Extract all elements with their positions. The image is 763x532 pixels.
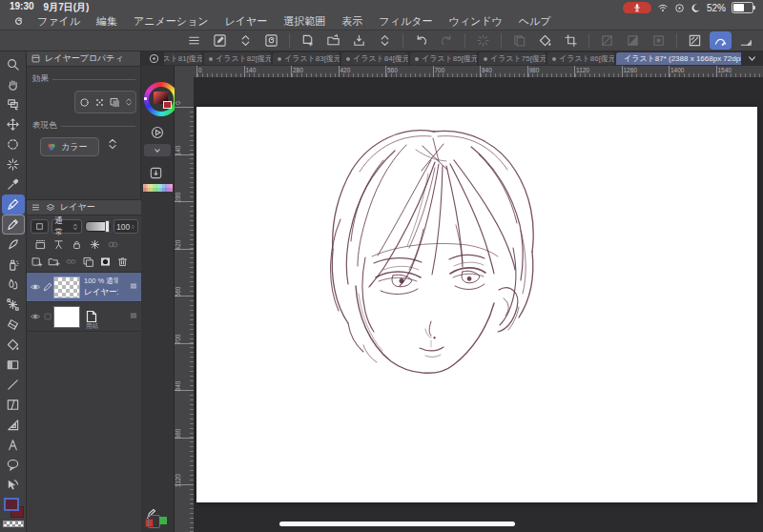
layer-mask-button[interactable] xyxy=(99,256,112,268)
crop-canvas-button[interactable] xyxy=(560,31,582,50)
ruler-tool[interactable] xyxy=(2,415,25,435)
snap-to-ruler-button[interactable] xyxy=(684,31,706,50)
tone-mode-button[interactable] xyxy=(52,238,65,251)
layer-row-1[interactable]: 100 % 通常 レイヤー1 xyxy=(27,273,141,302)
panel-collapse-button[interactable] xyxy=(235,31,257,50)
layer-property-header[interactable]: レイヤープロパティ xyxy=(27,51,140,67)
snap-to-special-ruler-button[interactable] xyxy=(710,31,732,50)
canvas-page[interactable] xyxy=(196,107,757,502)
selection-tool[interactable] xyxy=(2,134,25,154)
redo-button[interactable] xyxy=(436,31,458,50)
undo-button[interactable] xyxy=(410,31,432,50)
import-color-set-icon[interactable] xyxy=(149,166,163,180)
opacity-slider[interactable] xyxy=(85,221,111,232)
menu-7[interactable]: ウィンドウ xyxy=(448,14,502,29)
tab-4[interactable]: イラスト85[復元] xyxy=(410,52,477,65)
foreground-color-swatch[interactable] xyxy=(4,498,19,511)
save-options-button[interactable] xyxy=(374,31,396,50)
reference-layer-button[interactable] xyxy=(107,238,119,251)
frame-border-tool[interactable] xyxy=(2,395,25,415)
airbrush-tool[interactable] xyxy=(2,255,25,275)
line-correct-tool[interactable] xyxy=(2,475,25,495)
menu-2[interactable]: アニメーション xyxy=(134,14,209,29)
opacity-value[interactable]: 100 xyxy=(113,219,138,234)
processing-button[interactable] xyxy=(472,31,494,50)
hand-tool[interactable] xyxy=(2,74,25,94)
duplicate-layer-button[interactable] xyxy=(82,256,94,268)
tab-6[interactable]: イラスト86[復元] xyxy=(547,52,614,65)
invert-selection-button[interactable] xyxy=(622,31,644,50)
panel-menu-icon[interactable] xyxy=(31,202,41,213)
eyedropper-tool[interactable] xyxy=(2,174,25,194)
new-raster-layer-button[interactable] xyxy=(31,256,43,268)
move-layer-tool[interactable] xyxy=(2,114,25,134)
layer-row-paper[interactable]: 用紙 xyxy=(27,302,141,332)
lock-layer-button[interactable] xyxy=(71,238,83,251)
snap-to-grid-button[interactable] xyxy=(735,31,757,50)
canvas-viewport[interactable] xyxy=(194,77,763,532)
color-set-palette[interactable] xyxy=(143,184,173,192)
tab-overflow-chevron-icon[interactable] xyxy=(744,52,760,65)
brush-tool[interactable] xyxy=(2,275,25,295)
border-effect-button[interactable] xyxy=(77,93,91,111)
tone-effect-button[interactable] xyxy=(93,93,106,111)
open-file-button[interactable] xyxy=(322,31,344,50)
marker-tool[interactable] xyxy=(2,235,25,255)
new-canvas-button[interactable] xyxy=(297,31,319,50)
layer-color-effect-button[interactable] xyxy=(109,93,122,111)
paste-button[interactable] xyxy=(508,31,530,50)
approx-color-icon[interactable] xyxy=(150,125,165,140)
eraser-tool[interactable] xyxy=(2,315,25,335)
operation-tool[interactable] xyxy=(2,94,25,114)
save-file-button[interactable] xyxy=(348,31,370,50)
menu-8[interactable]: ヘルプ xyxy=(519,14,551,29)
main-menu-button[interactable] xyxy=(183,31,205,50)
clip-at-layer-below-button[interactable] xyxy=(34,238,47,251)
layer-panel-header[interactable]: レイヤー xyxy=(27,200,141,215)
paper-thumbnail[interactable] xyxy=(53,306,80,328)
color-wheel[interactable] xyxy=(144,82,178,116)
clip-studio-button[interactable] xyxy=(260,31,282,50)
fill-tool[interactable] xyxy=(2,335,25,355)
pencil-tool[interactable] xyxy=(2,215,25,235)
zoom-tool[interactable] xyxy=(2,54,25,74)
layer1-thumbnail[interactable] xyxy=(53,276,80,298)
menu-3[interactable]: レイヤー xyxy=(225,14,268,29)
paper-menu-icon[interactable] xyxy=(128,311,139,320)
menu-6[interactable]: フィルター xyxy=(379,14,432,29)
layer1-menu-icon[interactable] xyxy=(128,281,139,291)
tab-3[interactable]: イラスト84[復元] xyxy=(341,52,408,65)
text-tool[interactable] xyxy=(2,435,25,455)
menu-4[interactable]: 選択範囲 xyxy=(283,14,325,29)
delete-layer-button[interactable] xyxy=(116,256,129,268)
tab-5[interactable]: イラスト75[復元] xyxy=(479,52,546,65)
selection-border-button[interactable] xyxy=(648,31,670,50)
gradient-tool[interactable] xyxy=(2,355,25,375)
tab-2[interactable]: イラスト83[復元] xyxy=(273,52,340,65)
lock-transparent-pixels-button[interactable] xyxy=(89,238,101,251)
tab-list-button[interactable] xyxy=(147,52,161,65)
menu-1[interactable]: 編集 xyxy=(96,14,117,29)
layer1-visibility-eye-icon[interactable] xyxy=(29,281,42,293)
deselect-button[interactable] xyxy=(596,31,618,50)
mic-active-pill[interactable] xyxy=(623,2,651,14)
decoration-tool[interactable] xyxy=(2,295,25,315)
paper-visibility-eye-icon[interactable] xyxy=(29,311,42,322)
expression-color-select[interactable]: カラー xyxy=(40,137,99,156)
tool-property-button[interactable] xyxy=(209,31,231,50)
transparent-color-swatch[interactable] xyxy=(3,521,24,527)
strip-expand-button[interactable] xyxy=(144,144,171,156)
new-layer-folder-button[interactable] xyxy=(48,256,60,268)
auto-select-tool[interactable] xyxy=(2,154,25,174)
tab-0[interactable]: イラスト81[復元] xyxy=(164,52,202,65)
layer-thumbnail-size-combo[interactable] xyxy=(31,219,49,234)
figure-tool[interactable] xyxy=(2,375,25,395)
tab-1[interactable]: イラスト82[復元] xyxy=(204,52,271,65)
expression-color-chevrons-icon[interactable] xyxy=(106,135,119,153)
balloon-tool[interactable] xyxy=(2,455,25,475)
blend-mode-select[interactable]: 通常 xyxy=(52,219,82,234)
fill-button[interactable] xyxy=(534,31,556,50)
home-indicator[interactable] xyxy=(279,522,515,526)
menu-0[interactable]: ファイル xyxy=(37,14,80,29)
tab-active[interactable]: イラスト87* (2388 x 1668px 72dpi 73.4%) xyxy=(616,52,741,65)
